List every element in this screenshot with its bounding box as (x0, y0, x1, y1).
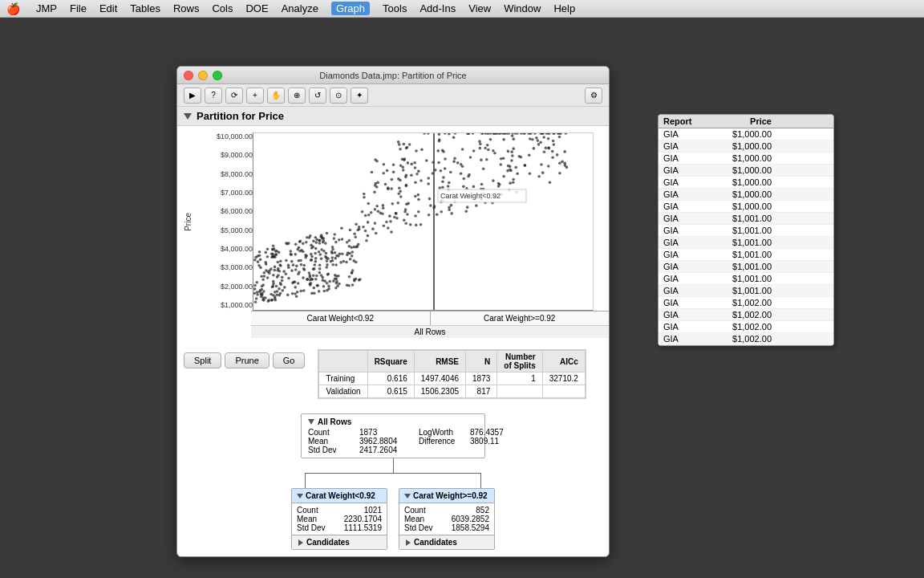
svg-point-495 (374, 208, 377, 211)
menu-help[interactable]: Help (553, 2, 575, 14)
svg-point-466 (410, 174, 413, 177)
refresh-tool[interactable]: ⟳ (225, 88, 243, 104)
svg-point-415 (266, 255, 270, 258)
menu-edit[interactable]: Edit (99, 2, 117, 14)
svg-point-356 (406, 146, 409, 149)
bg-table-row: GIA$1,001.00 (659, 225, 833, 237)
svg-point-594 (364, 230, 367, 233)
menu-cols[interactable]: Cols (212, 2, 233, 14)
svg-point-62 (272, 245, 275, 248)
svg-point-345 (485, 158, 488, 161)
collapse-icon[interactable] (184, 113, 192, 120)
go-button[interactable]: Go (273, 352, 306, 368)
settings-tool[interactable]: ⚙ (585, 88, 602, 104)
svg-point-329 (427, 182, 430, 185)
svg-point-212 (475, 204, 478, 207)
svg-point-559 (266, 247, 270, 250)
svg-point-430 (306, 278, 309, 281)
prune-button[interactable]: Prune (225, 352, 269, 368)
star-tool[interactable]: ✦ (351, 88, 368, 104)
menu-jmp[interactable]: JMP (36, 2, 57, 14)
svg-point-435 (357, 242, 360, 246)
zoom-tool[interactable]: ⊕ (288, 88, 306, 104)
menu-tables[interactable]: Tables (130, 2, 160, 14)
menu-view[interactable]: View (468, 2, 491, 14)
right-mean: 6039.2852 (452, 515, 489, 523)
svg-point-295 (486, 144, 489, 147)
svg-point-426 (290, 253, 293, 256)
svg-point-264 (318, 242, 322, 245)
svg-point-501 (318, 250, 321, 254)
maximize-button[interactable] (213, 71, 222, 80)
menu-doe[interactable]: DOE (245, 2, 268, 14)
svg-point-488 (427, 177, 430, 180)
svg-point-548 (541, 171, 545, 174)
svg-point-443 (331, 248, 334, 251)
svg-point-82 (279, 259, 282, 263)
svg-point-438 (270, 252, 274, 255)
svg-point-351 (387, 226, 390, 230)
target-tool[interactable]: ⊙ (330, 88, 347, 104)
add-tool[interactable]: + (246, 88, 264, 104)
svg-point-593 (452, 160, 456, 163)
help-tool[interactable]: ? (205, 88, 222, 104)
svg-point-321 (303, 268, 306, 271)
svg-point-225 (286, 242, 289, 246)
svg-point-471 (263, 275, 266, 278)
svg-point-553 (441, 149, 444, 153)
svg-point-84 (314, 260, 317, 263)
svg-point-91 (295, 295, 298, 298)
svg-point-140 (367, 234, 370, 238)
svg-point-141 (397, 192, 400, 195)
minimize-button[interactable] (198, 71, 208, 80)
svg-point-552 (310, 246, 314, 250)
bg-table-row: GIA$1,000.00 (659, 153, 833, 165)
chart-area: Price $10,000.00 $9,000.00 $8,000.00 $7,… (177, 126, 609, 341)
svg-point-388 (292, 263, 295, 267)
menu-tools[interactable]: Tools (383, 2, 407, 14)
close-button[interactable] (184, 71, 193, 80)
svg-point-16 (479, 147, 482, 150)
stats-aicc-validation (542, 385, 585, 398)
left-collapse-icon[interactable] (297, 494, 303, 499)
svg-point-370 (383, 163, 386, 166)
svg-point-326 (396, 201, 399, 205)
svg-point-257 (551, 150, 554, 153)
svg-point-277 (549, 181, 552, 184)
stats-splits-validation (497, 385, 542, 398)
menu-file[interactable]: File (70, 2, 87, 14)
menu-graph[interactable]: Graph (331, 2, 370, 15)
svg-point-480 (276, 290, 279, 293)
stats-table: RSquare RMSE N Numberof Splits AICc Trai… (318, 349, 586, 399)
svg-point-197 (442, 176, 445, 179)
right-collapse-icon[interactable] (404, 494, 411, 499)
menu-addins[interactable]: Add-Ins (419, 2, 456, 14)
svg-point-592 (337, 275, 340, 278)
stats-label-validation: Validation (319, 385, 367, 398)
svg-point-305 (270, 299, 274, 302)
bg-table-header: Report Price (659, 115, 833, 128)
svg-point-106 (464, 210, 468, 213)
cursor-tool[interactable]: ▶ (184, 88, 201, 104)
svg-point-584 (510, 150, 513, 153)
svg-point-374 (540, 163, 543, 166)
menu-analyze[interactable]: Analyze (282, 2, 318, 14)
left-candidates-button[interactable]: Candidates (292, 535, 387, 549)
svg-point-517 (308, 271, 311, 275)
rotate-tool[interactable]: ↺ (309, 88, 326, 104)
svg-point-310 (565, 132, 568, 135)
hand-tool[interactable]: ✋ (267, 88, 285, 104)
svg-point-114 (310, 244, 313, 247)
svg-point-537 (334, 278, 337, 281)
svg-point-484 (319, 253, 322, 256)
right-candidates-button[interactable]: Candidates (399, 535, 494, 549)
svg-point-164 (363, 196, 366, 199)
menu-window[interactable]: Window (504, 2, 541, 14)
bg-table-row: GIA$1,002.00 (659, 321, 833, 333)
apple-menu[interactable]: 🍎 (6, 2, 20, 15)
split-button[interactable]: Split (184, 352, 221, 368)
allrows-collapse-icon[interactable] (308, 419, 314, 425)
svg-point-95 (493, 152, 496, 155)
menu-rows[interactable]: Rows (173, 2, 200, 14)
svg-point-41 (345, 261, 348, 264)
